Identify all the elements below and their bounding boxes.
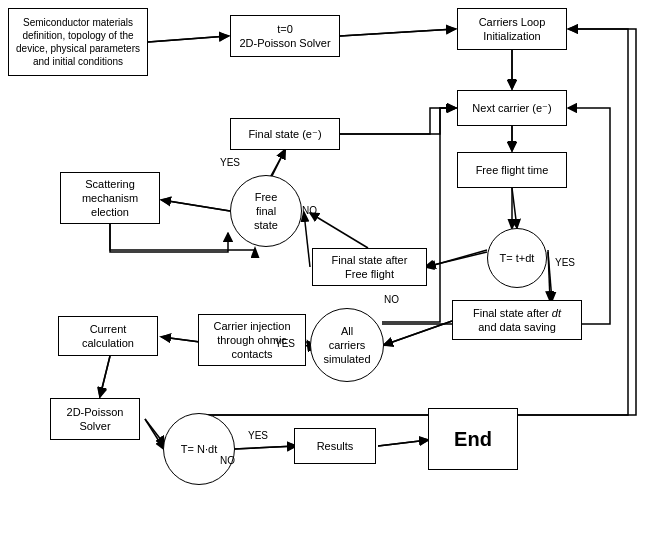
svg-line-9 <box>548 250 550 300</box>
end-label: End <box>454 426 492 452</box>
poisson-bottom-label: 2D-PoissonSolver <box>67 405 124 434</box>
svg-line-15 <box>100 356 110 396</box>
poisson-top-label: t=02D-Poisson Solver <box>239 22 330 51</box>
no-label-2: NO <box>384 294 399 305</box>
t-plus-dt-circle: T= t+dt <box>487 228 547 288</box>
final-state-dt-box: Final state after dtand data saving <box>452 300 582 340</box>
free-flight-label: Free flight time <box>476 163 549 177</box>
carriers-loop-box: Carriers LoopInitialization <box>457 8 567 50</box>
t-ndt-circle: T= N·dt <box>163 413 235 485</box>
yes-label-2: YES <box>555 257 575 268</box>
all-carriers-label: Allcarrierssimulated <box>323 324 370 367</box>
final-state-free-flight-label: Final state afterFree flight <box>332 253 408 282</box>
results-label: Results <box>317 439 354 453</box>
carriers-loop-label: Carriers LoopInitialization <box>479 15 546 44</box>
flowchart-diagram: Semiconductor materials definition, topo… <box>0 0 652 542</box>
svg-line-14 <box>162 337 200 342</box>
final-state-top-label: Final state (e⁻) <box>248 127 321 141</box>
svg-line-5 <box>427 250 487 267</box>
yes-label-3: YES <box>275 338 295 349</box>
no-label-1: NO <box>302 205 317 216</box>
next-carrier-label: Next carrier (e⁻) <box>472 101 551 115</box>
svg-line-6 <box>304 213 310 267</box>
results-box: Results <box>294 428 376 464</box>
poisson-top-box: t=02D-Poisson Solver <box>230 15 340 57</box>
poisson-bottom-box: 2D-PoissonSolver <box>50 398 140 440</box>
svg-line-10 <box>384 321 452 345</box>
yes-label-4: YES <box>248 430 268 441</box>
current-calc-box: Currentcalculation <box>58 316 158 356</box>
svg-line-17 <box>234 446 296 449</box>
yes-label-1: YES <box>220 157 240 168</box>
scattering-box: Scatteringmechanismelection <box>60 172 160 224</box>
semiconductor-box: Semiconductor materials definition, topo… <box>8 8 148 76</box>
svg-line-16 <box>145 419 164 449</box>
end-box: End <box>428 408 518 470</box>
current-calc-label: Currentcalculation <box>82 322 134 351</box>
semiconductor-label: Semiconductor materials definition, topo… <box>16 16 140 68</box>
scattering-label: Scatteringmechanismelection <box>82 177 138 220</box>
final-state-dt-label: Final state after dtand data saving <box>473 306 561 335</box>
svg-line-0 <box>148 36 228 42</box>
all-carriers-circle: Allcarrierssimulated <box>310 308 384 382</box>
no-label-3: NO <box>220 455 235 466</box>
final-state-free-flight-box: Final state afterFree flight <box>312 248 427 286</box>
next-carrier-box: Next carrier (e⁻) <box>457 90 567 126</box>
free-final-state-circle: Freefinalstate <box>230 175 302 247</box>
t-ndt-label: T= N·dt <box>181 442 217 456</box>
free-final-state-label: Freefinalstate <box>254 190 278 233</box>
svg-line-1 <box>340 29 455 36</box>
t-plus-dt-label: T= t+dt <box>500 251 535 265</box>
free-flight-time-box: Free flight time <box>457 152 567 188</box>
final-state-top-box: Final state (e⁻) <box>230 118 340 150</box>
svg-line-8 <box>162 200 230 211</box>
svg-line-18 <box>378 440 428 446</box>
